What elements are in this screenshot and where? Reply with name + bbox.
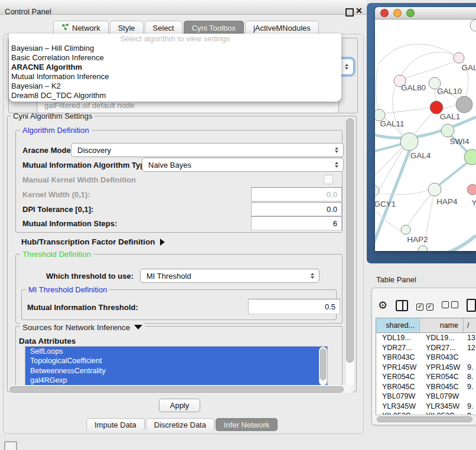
node-topright[interactable] (470, 19, 476, 31)
column-header[interactable]: name (420, 318, 464, 332)
network-edge[interactable] (431, 236, 476, 251)
table-cell[interactable]: 9. (464, 383, 476, 391)
zoom-traffic-light-icon[interactable] (406, 9, 415, 17)
data-attributes-list[interactable]: SelfLoopsTopologicalCoefficientBetweenne… (25, 346, 328, 386)
network-edge[interactable] (375, 144, 403, 153)
algorithm-option[interactable]: Dream8 DC_TDC Algorithm (9, 91, 341, 100)
algorithm-option[interactable]: ARACNE Algorithm (9, 63, 341, 72)
column-header[interactable]: / (464, 318, 476, 332)
table-row[interactable]: YLR345WYLR345W9. (376, 402, 476, 412)
algorithm-option[interactable]: Bayesian – K2 (9, 81, 341, 91)
settings-vscrollbar[interactable] (345, 116, 355, 387)
node-bottom[interactable] (418, 246, 428, 251)
table-row[interactable]: YER054CYER054C8. (376, 372, 476, 382)
table-row[interactable]: YDR27...YDR27...12 (376, 343, 476, 353)
network-edge[interactable] (407, 194, 431, 226)
network-edge[interactable] (376, 148, 404, 194)
node-gray[interactable] (456, 96, 472, 113)
control-panel-titlebar[interactable]: Control Panel ✕ (0, 0, 366, 15)
column-header[interactable]: shared... (376, 318, 420, 332)
node-hap4[interactable] (428, 183, 441, 196)
network-edge[interactable] (378, 190, 429, 195)
table-cell[interactable]: YDL19... (420, 334, 464, 342)
tab-style[interactable]: Style (110, 21, 144, 34)
network-edge[interactable] (405, 61, 455, 79)
tab-cyni-toolbox[interactable]: Cyni Toolbox (184, 21, 244, 34)
apply-button[interactable]: Apply (159, 399, 200, 412)
network-canvas[interactable]: GALGAL80GAL10GAL1GAL11SWI4GAL4GCY1HAP4YH… (375, 19, 476, 251)
table-cell[interactable]: 9. (464, 363, 476, 371)
table-cell[interactable]: YER054C (420, 373, 464, 381)
table-header-row[interactable]: shared...name/ (376, 318, 476, 333)
network-edge[interactable] (413, 113, 433, 135)
table-row[interactable]: YBR045CYBR045C9. (376, 382, 476, 392)
table-cell[interactable]: YLR345W (376, 402, 420, 410)
tab-select[interactable]: Select (145, 21, 182, 34)
attribute-item[interactable]: gal4RGexp (25, 376, 327, 385)
algorithm-option[interactable]: Bayesian – Hill Climbing (9, 44, 341, 53)
network-edge[interactable] (435, 89, 436, 102)
dpi-tolerance-field[interactable]: 0.0 (251, 202, 342, 216)
table-cell[interactable]: 8. (464, 373, 476, 381)
table-cell[interactable]: YER054C (376, 373, 420, 381)
mi-type-combo[interactable]: Naive Bayes (142, 158, 344, 172)
table-row[interactable]: YBR043CYBR043C (376, 353, 476, 363)
node-table[interactable]: shared...name/ YDL19...YDL19...13YDR27..… (376, 318, 476, 415)
table-cell[interactable]: YLR345W (420, 402, 464, 410)
table-cell[interactable]: 9. (464, 402, 476, 410)
minimize-traffic-light-icon[interactable] (393, 9, 402, 17)
tab-discretize-data[interactable]: Discretize Data (146, 418, 214, 431)
close-icon[interactable]: ✕ (356, 6, 363, 15)
settings-hscrollbar[interactable] (8, 385, 354, 393)
close-traffic-light-icon[interactable] (380, 9, 389, 17)
network-edge[interactable] (401, 52, 459, 76)
network-edge[interactable] (442, 105, 457, 109)
attribute-item[interactable]: BetweennessCentrality (25, 366, 327, 376)
table-row[interactable]: YBL079WYBL079W (376, 392, 476, 402)
table-row[interactable]: YPR145WYPR145W9. (376, 363, 476, 373)
table-cell[interactable]: YPR145W (376, 363, 420, 371)
gear-icon[interactable]: ⚙ (378, 300, 387, 311)
table-cell[interactable]: YDR27... (420, 344, 464, 352)
table-cell[interactable]: YPR145W (420, 363, 464, 371)
algorithm-option[interactable]: Basic Correlation Inference (9, 53, 341, 63)
table-cell[interactable]: YBR045C (376, 383, 420, 391)
table-hscrollbar[interactable] (376, 415, 476, 423)
node-swi4[interactable] (441, 124, 454, 137)
table-cell[interactable]: 12 (464, 344, 476, 352)
deselect-all-icon[interactable] (442, 300, 458, 311)
kernel-width-field[interactable]: 0.0 (251, 187, 342, 201)
node-hap2[interactable] (401, 225, 410, 234)
table-cell[interactable]: 13 (464, 334, 476, 342)
network-edge[interactable] (437, 161, 469, 187)
manual-kernel-checkbox[interactable] (324, 175, 333, 184)
node-salmon[interactable] (467, 184, 476, 195)
table-row[interactable]: YDL19...YDL19...13 (376, 333, 476, 343)
network-window[interactable]: GALGAL80GAL10GAL1GAL11SWI4GAL4GCY1HAP4YH… (375, 7, 476, 251)
node-gal4[interactable] (400, 133, 418, 151)
node-pink-top[interactable] (454, 53, 464, 63)
which-threshold-combo[interactable]: MI Threshold (140, 269, 319, 283)
document-icon[interactable] (467, 299, 476, 312)
float-window-icon[interactable] (345, 8, 354, 17)
select-all-icon[interactable]: ✓ ✓ (416, 300, 433, 311)
network-edge[interactable] (379, 44, 459, 64)
table-cell[interactable]: YBL079W (376, 392, 420, 400)
table-cell[interactable]: YBR045C (420, 383, 464, 391)
aracne-mode-combo[interactable]: Discovery (71, 143, 344, 157)
mi-threshold-field[interactable]: 0.5 (248, 299, 340, 314)
tab-infer-network[interactable]: Infer Network (216, 418, 278, 431)
network-window-titlebar[interactable] (375, 7, 476, 19)
attribute-item[interactable]: TopologicalCoefficient (25, 356, 327, 366)
table-cell[interactable]: YBR043C (420, 353, 464, 361)
network-edge[interactable] (376, 67, 379, 110)
tab-jactivemnodules[interactable]: jActiveMNodules (245, 21, 319, 34)
attribute-item[interactable]: SelfLoops (25, 347, 327, 356)
network-edge[interactable] (384, 108, 430, 113)
table-cell[interactable]: YBL079W (420, 392, 464, 400)
tab-network[interactable]: Network (53, 21, 109, 34)
mi-steps-field[interactable]: 6 (251, 216, 342, 230)
attr-list-scrollbar[interactable] (319, 347, 327, 386)
table-cell[interactable]: YBR043C (376, 353, 420, 361)
sources-expander[interactable]: Sources for Network Inference (20, 322, 145, 332)
